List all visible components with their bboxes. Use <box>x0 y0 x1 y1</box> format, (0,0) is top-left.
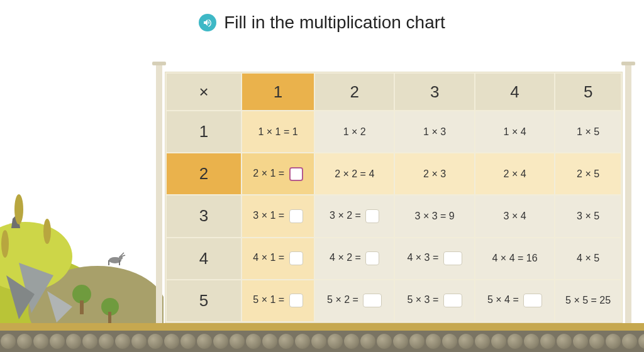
pebble <box>33 334 48 349</box>
answer-input-5-2[interactable] <box>363 294 382 307</box>
pebble <box>344 334 359 349</box>
cell-expression: 2 × 3 <box>423 168 446 179</box>
cell-expression: 5 × 5 = 25 <box>565 295 611 305</box>
scene: × 1 2 3 4 5 11 × 1 = 11 × 21 × 31 × 41 ×… <box>0 44 644 352</box>
cell-expression: 2 × 1 = <box>253 168 284 179</box>
pebble-row <box>0 331 644 352</box>
header: Fill in the multiplication chart <box>0 0 644 33</box>
pebble <box>230 334 245 349</box>
cell-expression: 4 × 1 = <box>253 252 284 263</box>
pebble <box>360 334 375 349</box>
svg-rect-16 <box>119 260 120 265</box>
cell-expression: 5 × 1 = <box>253 295 284 305</box>
cell-5-5: 5 × 5 = 25 <box>555 280 621 322</box>
landscape-decoration <box>0 150 164 326</box>
pebble <box>328 334 343 349</box>
cell-expression: 3 × 3 = 9 <box>415 211 455 221</box>
pebble <box>148 334 163 349</box>
cell-1-5: 1 × 5 <box>555 111 621 153</box>
answer-input-5-3[interactable] <box>443 294 462 307</box>
table-row: 33 × 1 = 3 × 2 = 3 × 3 = 93 × 43 × 5 <box>166 195 621 237</box>
cell-expression: 1 × 3 <box>423 126 446 137</box>
row-header-2: 2 <box>166 153 242 195</box>
cell-expression: 1 × 4 <box>504 126 526 137</box>
pebble <box>295 334 310 349</box>
col-header-1: 1 <box>242 73 314 111</box>
cell-5-4: 5 × 4 = <box>475 280 555 322</box>
cell-expression: 5 × 3 = <box>407 295 438 305</box>
answer-input-5-4[interactable] <box>523 294 542 307</box>
cell-2-1: 2 × 1 = <box>242 153 314 195</box>
answer-input-5-1[interactable] <box>289 294 303 307</box>
pebble <box>377 334 392 349</box>
row-header-4: 4 <box>166 238 242 280</box>
answer-input-4-2[interactable] <box>365 251 379 265</box>
pebble <box>50 334 65 349</box>
pebble <box>246 334 261 349</box>
cell-expression: 2 × 2 = 4 <box>335 168 374 179</box>
answer-input-4-3[interactable] <box>443 251 462 265</box>
cell-2-4: 2 × 4 <box>475 153 555 195</box>
answer-input-3-2[interactable] <box>365 209 379 223</box>
pebble <box>426 334 441 349</box>
cell-5-3: 5 × 3 = <box>394 280 474 322</box>
cell-3-1: 3 × 1 = <box>242 195 314 237</box>
cell-5-2: 5 × 2 = <box>314 280 394 322</box>
pebble <box>115 334 130 349</box>
pebble <box>99 334 114 349</box>
pebble <box>458 334 474 349</box>
pebble <box>475 334 490 349</box>
pebble <box>164 334 179 349</box>
cell-expression: 4 × 2 = <box>330 252 361 263</box>
speaker-icon <box>203 18 213 28</box>
svg-point-17 <box>119 256 123 260</box>
pebble <box>1 334 16 349</box>
pebble <box>638 334 644 349</box>
row-header-5: 5 <box>166 280 242 322</box>
cell-expression: 3 × 4 <box>504 211 526 221</box>
multiplication-table: × 1 2 3 4 5 11 × 1 = 11 × 21 × 31 × 41 ×… <box>165 72 622 322</box>
row-header-1: 1 <box>166 111 242 153</box>
audio-button[interactable] <box>199 14 216 31</box>
cell-expression: 1 × 1 = 1 <box>258 126 297 137</box>
answer-input-2-1[interactable] <box>289 167 303 181</box>
pebble <box>17 334 32 349</box>
multiplication-board: × 1 2 3 4 5 11 × 1 = 11 × 21 × 31 × 41 ×… <box>165 72 623 323</box>
cell-3-5: 3 × 5 <box>555 195 621 237</box>
cell-2-3: 2 × 3 <box>394 153 474 195</box>
pebble <box>606 334 621 349</box>
pebble <box>508 334 523 349</box>
pillar-left <box>156 64 162 326</box>
cell-expression: 1 × 5 <box>577 126 599 137</box>
pebble <box>589 334 604 349</box>
pebble <box>573 334 588 349</box>
svg-rect-8 <box>80 300 84 314</box>
cell-2-2: 2 × 2 = 4 <box>314 153 394 195</box>
col-header-4: 4 <box>475 73 555 111</box>
cell-1-2: 1 × 2 <box>314 111 394 153</box>
svg-rect-15 <box>108 260 109 265</box>
cell-1-1: 1 × 1 = 1 <box>242 111 314 153</box>
col-header-3: 3 <box>394 73 474 111</box>
col-header-2: 2 <box>314 73 394 111</box>
cell-1-4: 1 × 4 <box>475 111 555 153</box>
cell-expression: 4 × 3 = <box>407 252 438 263</box>
cell-4-2: 4 × 2 = <box>314 238 394 280</box>
cell-expression: 1 × 2 <box>343 126 366 137</box>
cell-expression: 3 × 5 <box>577 211 599 221</box>
cell-expression: 3 × 2 = <box>330 210 361 221</box>
table-body: 11 × 1 = 11 × 21 × 31 × 41 × 522 × 1 = 2… <box>166 111 621 322</box>
answer-input-3-1[interactable] <box>289 209 303 223</box>
table-row: 55 × 1 = 5 × 2 = 5 × 3 = 5 × 4 = 5 × 5 =… <box>166 280 621 322</box>
cell-expression: 2 × 4 <box>504 168 526 179</box>
table-row: 44 × 1 = 4 × 2 = 4 × 3 = 4 × 4 = 164 × 5 <box>166 238 621 280</box>
page-title: Fill in the multiplication chart <box>224 13 445 33</box>
cell-4-3: 4 × 3 = <box>394 238 474 280</box>
ground <box>0 323 644 352</box>
pebble <box>180 334 196 349</box>
pebble <box>409 334 425 349</box>
svg-point-12 <box>43 219 51 244</box>
answer-input-4-1[interactable] <box>289 251 303 265</box>
table-row: 22 × 1 = 2 × 2 = 42 × 32 × 42 × 5 <box>166 153 621 195</box>
table-row: 11 × 1 = 11 × 21 × 31 × 41 × 5 <box>166 111 621 153</box>
